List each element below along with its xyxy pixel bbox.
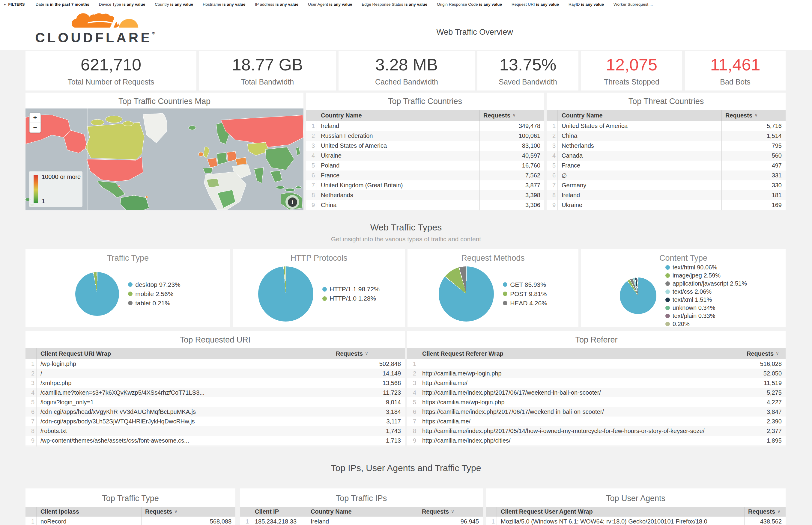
cloudflare-wordmark: CLOUDFLARE®	[35, 31, 155, 44]
table-cell: 5,716	[721, 121, 786, 131]
sort-icon[interactable]: ∨	[451, 509, 454, 514]
map-attribution-halo: i	[285, 195, 299, 209]
filters-label[interactable]: FILTERS	[9, 2, 25, 6]
legend-color-dot	[665, 298, 670, 302]
map-info-icon[interactable]: i	[288, 197, 297, 207]
sort-icon[interactable]: ∨	[513, 112, 516, 118]
filter-item[interactable]: Origin Response Codeis any value	[437, 2, 502, 6]
table-cell: noRecord	[36, 516, 141, 525]
legend-label: application/javascript 2.51%	[673, 280, 747, 287]
table-row: 4Canada560	[547, 151, 786, 161]
column-header[interactable]: Client Request User Agent Wrap	[497, 507, 744, 516]
top-referer-panel: Top Referer Client Request Referer WrapR…	[407, 331, 786, 447]
traffic-type-legend: desktop 97.23%mobile 2.56%tablet 0.21%	[128, 279, 180, 309]
sort-icon[interactable]: ∨	[777, 509, 781, 514]
table-cell: 568,088	[141, 516, 235, 525]
table-cell: 331	[721, 170, 786, 180]
table-cell: 1,672	[332, 445, 405, 447]
column-header[interactable]: Requests∨	[141, 507, 235, 516]
table-cell: 11,723	[332, 388, 405, 397]
column-header[interactable]: Country Name	[317, 110, 479, 121]
sort-icon[interactable]: ∨	[776, 350, 779, 356]
stat-value: 12,075	[606, 55, 657, 74]
table-row: 2/14,149	[26, 369, 405, 378]
top-user-agents-panel: Top User Agents Client Request User Agen…	[486, 489, 786, 525]
filter-items: Dateis in the past 7 monthsDevice Typeis…	[36, 2, 653, 6]
legend-color-dot	[665, 281, 670, 286]
filter-item[interactable]: RayIDis any value	[569, 2, 604, 6]
legend-item: desktop 97.23%	[128, 281, 180, 288]
sort-icon[interactable]: ∨	[365, 350, 368, 356]
row-index: 10	[306, 210, 317, 210]
column-header[interactable]: Client Ipclass	[36, 507, 141, 516]
stat-value: 13.75%	[500, 55, 557, 74]
filters-expand-caret[interactable]: ▸	[4, 2, 6, 6]
row-index: 5	[306, 161, 317, 170]
row-index: 9	[407, 436, 418, 445]
column-header[interactable]: Requests∨	[744, 507, 786, 516]
filter-item[interactable]: User Agentis any value	[308, 2, 352, 6]
table-cell: China	[317, 200, 479, 210]
row-index: 5	[547, 161, 558, 170]
legend-color-dot	[503, 301, 507, 305]
row-index: 7	[26, 417, 36, 426]
table-cell: 3,184	[332, 407, 405, 417]
legend-item: POST 9.81%	[503, 290, 547, 298]
table-row: 6https://camilia.me/index.php/2017/06/17…	[407, 407, 786, 417]
table-cell: 185.234.218.33	[251, 516, 307, 525]
legend-item: text/xml 1.51%	[665, 296, 747, 303]
sort-icon[interactable]: ∨	[174, 509, 178, 514]
filter-item[interactable]: IP addressis any value	[255, 2, 298, 6]
row-index: 2	[407, 369, 418, 378]
column-header[interactable]: Country Name	[558, 110, 721, 121]
filter-item[interactable]: Hostnameis any value	[203, 2, 245, 6]
table-row: 5Poland16,760	[306, 161, 544, 170]
stat-label: Total Bandwidth	[241, 78, 294, 86]
column-header[interactable]: Requests∨	[332, 348, 405, 359]
stat-label: Threats Stopped	[604, 78, 659, 86]
table-row: 7/cdn-cgi/apps/body/3Lh52SjWTQ4HRlErJykH…	[26, 417, 405, 426]
sort-icon[interactable]: ∨	[754, 112, 758, 118]
request-methods-title: Request Methods	[408, 249, 578, 263]
table-cell: 7,562	[479, 170, 544, 180]
table-cell: 3,306	[479, 200, 544, 210]
column-header[interactable]: Requests∨	[418, 507, 483, 516]
zoom-in-button[interactable]: +	[30, 113, 41, 123]
column-header[interactable]: Requests∨	[743, 348, 786, 359]
stat-card: 13.75%Saved Bandwidth	[477, 51, 578, 90]
table-row: 5https://camilia.me/wp-login.php4,227	[407, 397, 786, 407]
table-cell: China	[558, 131, 721, 141]
legend-item: HTTP/1.1 98.72%	[322, 286, 380, 293]
filter-item[interactable]: Worker Subrequest...	[614, 2, 653, 6]
column-header[interactable]: Client Request URI Wrap	[36, 348, 332, 359]
legend-color-dot	[665, 273, 670, 278]
content-type-panel: Content Type text/html 90.06%image/jpeg …	[581, 249, 786, 327]
filter-item[interactable]: Dateis in the past 7 months	[36, 2, 89, 6]
filter-item[interactable]: Countryis any value	[155, 2, 193, 6]
stat-card: 12,075Threats Stopped	[581, 51, 682, 90]
top-threat-countries-title: Top Threat Countries	[547, 93, 786, 106]
column-header[interactable]: Country Name	[307, 507, 418, 516]
request-methods-pie-chart	[439, 266, 494, 321]
top-traffic-countries-panel: Top Traffic Countries Country NameReques…	[306, 93, 544, 210]
filter-item[interactable]: Device Typeis any value	[99, 2, 145, 6]
column-header[interactable]: Requests∨	[721, 110, 786, 121]
table-cell: 2,377	[743, 426, 786, 436]
table-cell	[418, 359, 743, 369]
table-cell: 1,713	[332, 436, 405, 445]
column-header[interactable]: Client Request Referer Wrap	[418, 348, 743, 359]
cloudflare-cloud-icon	[71, 12, 140, 31]
top-traffic-ips-panel: Top Traffic IPs Client IPCountry NameReq…	[240, 489, 483, 525]
filter-item[interactable]: Request URIis any value	[512, 2, 559, 6]
row-index: 4	[407, 388, 418, 397]
table-cell: /login/?login_only=1	[36, 397, 332, 407]
table-cell: 516,028	[743, 359, 786, 369]
column-header[interactable]: Requests∨	[479, 110, 544, 121]
zoom-out-button[interactable]: −	[30, 123, 41, 133]
table-row: 7Germany330	[547, 180, 786, 190]
filter-item[interactable]: Edge Response Statusis any value	[361, 2, 427, 6]
top-traffic-type-panel: Top Traffic Type Client IpclassRequests∨…	[26, 489, 235, 525]
table-cell: https://camilia.me/index.php/2017/06/17/…	[418, 407, 743, 417]
column-header[interactable]: Client IP	[251, 507, 307, 516]
world-map[interactable]: + − 10000 or more 1 i	[26, 108, 304, 210]
